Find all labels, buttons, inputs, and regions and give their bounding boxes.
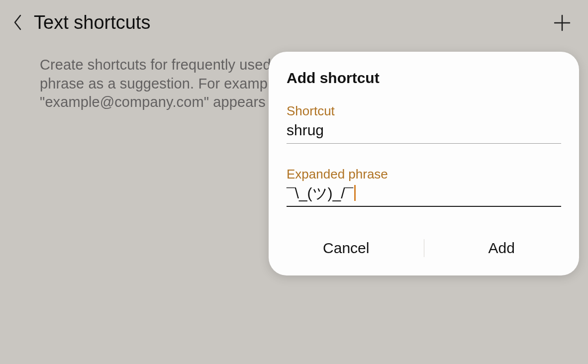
text-caret <box>354 185 356 201</box>
add-shortcut-button[interactable] <box>550 11 574 35</box>
add-shortcut-dialog: Add shortcut Shortcut shrug Expanded phr… <box>269 52 579 275</box>
dialog-title: Add shortcut <box>287 70 561 87</box>
shortcut-label: Shortcut <box>287 103 561 119</box>
expanded-phrase-input[interactable]: ¯\_(ツ)_/¯ <box>287 185 561 207</box>
expanded-value: ¯\_(ツ)_/¯ <box>287 185 353 201</box>
expanded-label: Expanded phrase <box>287 167 561 182</box>
add-button[interactable]: Add <box>424 233 580 264</box>
shortcut-value: shrug <box>287 122 324 138</box>
page-title: Text shortcuts <box>34 12 150 33</box>
plus-icon <box>553 14 571 32</box>
shortcut-input[interactable]: shrug <box>287 122 561 144</box>
back-button[interactable] <box>4 14 32 31</box>
cancel-button[interactable]: Cancel <box>269 233 424 264</box>
chevron-left-icon <box>13 14 23 31</box>
